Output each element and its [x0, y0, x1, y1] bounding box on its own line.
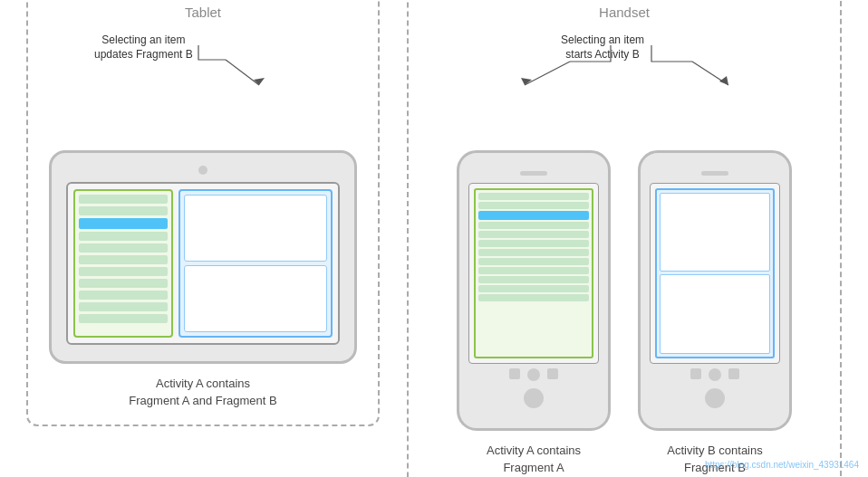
nav-btn-1: [509, 368, 520, 379]
tablet-screen: [66, 182, 340, 345]
list-row-6: [79, 255, 168, 264]
handset-device-b: [638, 150, 792, 431]
handset-caption-a: Activity A contains Fragment A: [457, 442, 611, 477]
handset-devices: [457, 150, 792, 431]
handset-section: Handset Selecting an item starts Activit…: [407, 0, 842, 477]
handset-nav-b: [650, 368, 780, 381]
content-block-top: [184, 195, 327, 262]
handset-nav-a: [468, 368, 599, 381]
handset-title: Handset: [599, 5, 650, 20]
nav-btn-b-home: [709, 368, 721, 381]
svg-marker-1: [254, 78, 265, 85]
tablet-device: [49, 150, 357, 364]
h-row-11: [478, 285, 589, 292]
handset-caption-b: Activity B contains Fragment B: [638, 442, 792, 477]
content-block-bottom: [184, 265, 327, 332]
svg-line-2: [525, 62, 570, 85]
tablet-title: Tablet: [185, 5, 221, 20]
watermark: https://blog.csdn.net/weixin_43931464: [705, 460, 859, 470]
tablet-section: Tablet Selecting an item updates Fragmen…: [26, 0, 380, 426]
svg-marker-5: [719, 76, 728, 85]
list-row-7: [79, 267, 168, 276]
h-row-5: [478, 231, 589, 238]
handset-device-a: [457, 150, 611, 431]
h-row-6: [478, 240, 589, 247]
h-row-9: [478, 267, 589, 274]
list-row-10: [79, 302, 168, 311]
handset-annotation-area: Selecting an item starts Activity B: [434, 33, 815, 96]
list-row-11: [79, 314, 168, 323]
tablet-annotation-area: Selecting an item updates Fragment B: [49, 33, 357, 96]
handset-content-bottom: [660, 274, 770, 354]
nav-btn-home: [527, 368, 540, 381]
h-row-12: [478, 294, 589, 301]
handset-content-top: [660, 193, 770, 272]
list-row-9: [79, 291, 168, 300]
h-row-7: [478, 249, 589, 256]
h-row-1: [478, 193, 589, 200]
main-container: Tablet Selecting an item updates Fragmen…: [8, 0, 860, 477]
handset-fragment-a: [474, 188, 593, 358]
nav-btn-3: [547, 368, 558, 379]
h-row-10: [478, 276, 589, 283]
tablet-caption: Activity A contains Fragment A and Fragm…: [129, 375, 276, 410]
list-row-1: [79, 195, 168, 204]
list-row-selected: [79, 218, 168, 229]
svg-line-0: [226, 60, 259, 85]
h-row-selected: [478, 211, 589, 220]
list-row-5: [79, 243, 168, 253]
tablet-fragment-b: [178, 189, 333, 338]
handset-fragment-b: [655, 188, 775, 358]
list-row-8: [79, 279, 168, 288]
list-row-2: [79, 206, 168, 215]
list-row-4: [79, 232, 168, 241]
handset-arrow-svg: [434, 33, 815, 96]
handset-screen-b: [650, 183, 780, 364]
h-row-4: [478, 222, 589, 229]
tablet-arrow-svg: [49, 33, 357, 96]
h-row-2: [478, 202, 589, 209]
handset-screen-a: [468, 183, 599, 364]
tablet-fragment-a: [73, 189, 173, 338]
h-row-8: [478, 258, 589, 265]
nav-btn-b3: [728, 368, 739, 379]
handset-caption-row: Activity A contains Fragment A Activity …: [457, 442, 792, 477]
nav-btn-b1: [690, 368, 701, 379]
